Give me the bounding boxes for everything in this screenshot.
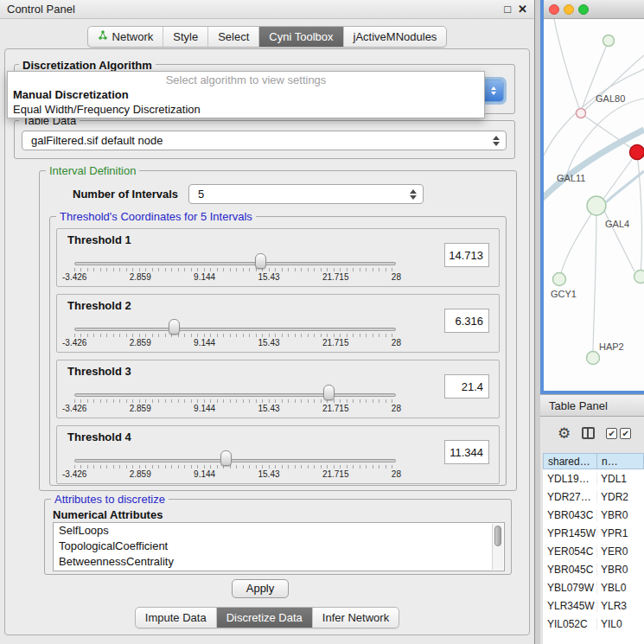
select-all-icon[interactable]: ✔: [606, 428, 617, 439]
minimize-traffic-icon[interactable]: [564, 4, 574, 15]
scale-tick: 2.859: [130, 338, 151, 348]
slider-scale: -3.426 2.859 9.144 15.43 21.715 28: [62, 272, 401, 282]
option-equal-width-frequency[interactable]: Equal Width/Frequency Discretization: [8, 102, 484, 117]
node-label-hap2: HAP2: [599, 341, 624, 352]
table-row[interactable]: YDR27… YDR2: [543, 488, 644, 506]
table-row[interactable]: YLR345W YLR3: [543, 596, 644, 615]
network-canvas[interactable]: GAL80 GAL11 GAL4 GCY1 HAP2: [544, 19, 644, 391]
table-row[interactable]: YER054C YER0: [543, 542, 644, 560]
threshold-1-value-field[interactable]: [444, 243, 489, 267]
scale-tick: 2.859: [130, 469, 151, 479]
tab-network[interactable]: Network: [88, 27, 163, 47]
threshold-1-slider-handle[interactable]: [255, 253, 266, 269]
network-window: GAL80 GAL11 GAL4 GCY1 HAP2: [540, 0, 644, 394]
table-row[interactable]: YIL052C YIL0: [543, 615, 644, 633]
columns-icon[interactable]: [582, 427, 595, 439]
cell: YBR0: [597, 564, 644, 576]
number-of-intervals-label: Number of Intervals: [73, 188, 178, 201]
close-icon[interactable]: ✕: [518, 3, 527, 15]
scale-tick: 28: [392, 272, 401, 282]
scrollbar-thumb[interactable]: [494, 526, 501, 546]
tab-network-label: Network: [112, 30, 154, 43]
threshold-4-panel: Threshold 4 -3.426 2.859 9.144 15.43 21.…: [56, 425, 500, 484]
float-icon[interactable]: □: [504, 3, 511, 15]
network-node-selected[interactable]: [630, 145, 644, 160]
scale-tick: -3.426: [62, 404, 86, 413]
table-panel-title: Table Panel: [549, 399, 608, 412]
scale-tick: 21.715: [322, 338, 349, 348]
threshold-1-slider-track[interactable]: [74, 262, 396, 265]
node-label-gcy1: GCY1: [551, 289, 577, 299]
threshold-4-value-field[interactable]: [444, 440, 489, 464]
threshold-2-slider-handle[interactable]: [169, 319, 180, 335]
scale-tick: 21.715: [322, 469, 349, 479]
tab-impute-data-label: Impute Data: [145, 611, 207, 624]
tab-select[interactable]: Select: [207, 27, 258, 47]
network-node[interactable]: [634, 271, 644, 284]
table-panel-toolbar: ⚙ ✔ ✔: [540, 421, 644, 445]
number-of-intervals-combo[interactable]: 5: [188, 184, 424, 204]
slider-ticks: [74, 465, 398, 469]
list-item[interactable]: TopologicalCoefficient: [54, 539, 504, 554]
scale-tick: 28: [392, 338, 401, 348]
scale-tick: 15.43: [258, 469, 280, 479]
scale-tick: 9.144: [194, 404, 215, 413]
table-header-row: shared… n…: [543, 453, 644, 469]
tab-discretize-data[interactable]: Discretize Data: [216, 608, 312, 628]
scale-tick: -3.426: [62, 338, 86, 348]
cell: YBL079W: [543, 582, 597, 594]
option-manual-discretization[interactable]: Manual Discretization: [8, 87, 484, 102]
threshold-2-slider-track[interactable]: [74, 328, 396, 331]
tab-style[interactable]: Style: [163, 27, 207, 47]
table-data-combo[interactable]: galFiltered.sif default node: [22, 131, 507, 150]
apply-button[interactable]: Apply: [232, 579, 289, 598]
network-node-gcy1[interactable]: [553, 273, 566, 286]
table-row[interactable]: YPR145W YPR1: [543, 524, 644, 542]
threshold-coordinates-label: Threshold's Coordinates for 5 Intervals: [56, 210, 256, 223]
attributes-group-label: Attributes to discretize: [51, 493, 169, 506]
cell: YBR045C: [543, 564, 597, 576]
threshold-2-value-field[interactable]: [444, 309, 489, 333]
column-header-shared-name[interactable]: shared…: [543, 453, 597, 469]
threshold-3-slider-handle[interactable]: [323, 385, 335, 400]
gear-icon[interactable]: ⚙: [558, 426, 571, 441]
threshold-2-panel: Threshold 2 -3.426 2.859 9.144 15.43 21.…: [56, 294, 500, 353]
column-header-name[interactable]: n…: [597, 453, 644, 469]
tab-infer-network[interactable]: Infer Network: [312, 608, 399, 628]
list-item[interactable]: SelfLoops: [54, 523, 504, 539]
network-node[interactable]: [603, 35, 615, 47]
table-row[interactable]: YBR043C YBR0: [543, 506, 644, 524]
threshold-4-slider-track[interactable]: [74, 459, 396, 462]
network-node-hap2[interactable]: [587, 352, 600, 365]
threshold-3-slider-track[interactable]: [74, 393, 396, 397]
attributes-scrollbar[interactable]: [492, 524, 503, 570]
list-item[interactable]: BetweennessCentrality: [54, 554, 504, 570]
tab-cyni-toolbox-label: Cyni Toolbox: [269, 30, 333, 43]
threshold-3-value-field[interactable]: [444, 374, 489, 399]
close-traffic-icon[interactable]: [549, 4, 559, 15]
scale-tick: -3.426: [62, 272, 86, 282]
network-node-gal4[interactable]: [587, 196, 606, 215]
tab-impute-data[interactable]: Impute Data: [136, 608, 216, 628]
zoom-traffic-icon[interactable]: [578, 4, 589, 15]
table-panel-window: ⚙ ✔ ✔ shared… n… YDL19… YDL1 YDR27… YDR2…: [540, 417, 644, 644]
threshold-4-slider-handle[interactable]: [220, 450, 232, 466]
node-label-gal11: GAL11: [557, 173, 585, 183]
table-row[interactable]: YBR045C YBR0: [543, 560, 644, 578]
tab-jactivemnodules[interactable]: jActiveMNodules: [343, 27, 447, 47]
slider-ticks: [74, 268, 398, 271]
cell: YBL0: [597, 582, 644, 594]
scale-tick: 21.715: [322, 404, 349, 413]
scale-tick: 2.859: [130, 272, 151, 282]
tab-discretize-data-label: Discretize Data: [226, 611, 303, 624]
table-row[interactable]: YBL079W YBL0: [543, 578, 644, 596]
slider-ticks: [74, 399, 398, 403]
select-checked-icon[interactable]: ✔: [620, 428, 631, 439]
table-row[interactable]: YDL19… YDL1: [543, 469, 644, 488]
network-window-titlebar: [544, 0, 644, 19]
network-node-gal80[interactable]: [577, 109, 586, 118]
scale-tick: 15.43: [258, 404, 280, 413]
threshold-1-panel: Threshold 1 -3.426 2.859 9.144 15.43 21.…: [56, 228, 500, 287]
tab-cyni-toolbox[interactable]: Cyni Toolbox: [258, 27, 342, 47]
cell: YDR2: [597, 491, 644, 503]
